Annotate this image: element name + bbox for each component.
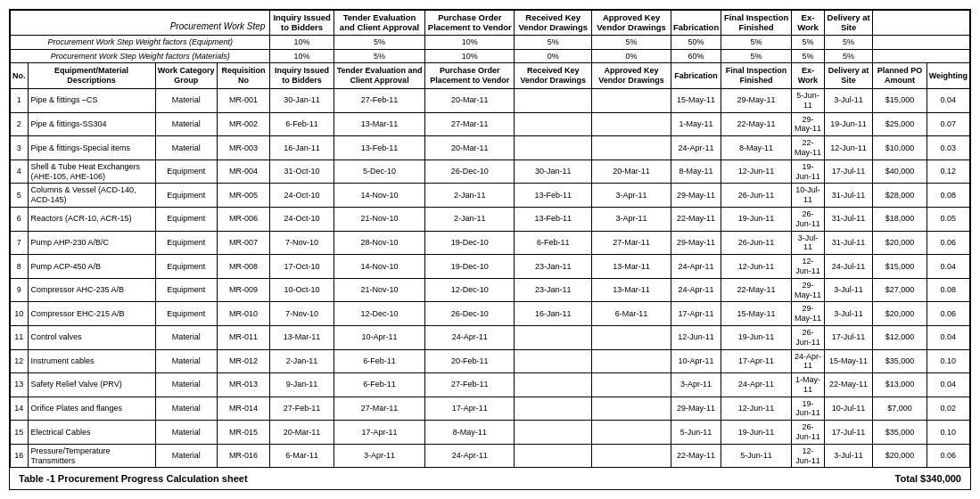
mat-val-0: 10% [270,49,334,63]
cell-weighting: 0.04 [926,373,969,397]
cell-ex_work: 1-May-11 [791,373,824,397]
mat-val-1: 5% [334,49,425,63]
cell-delivery: 3-Jul-11 [824,302,872,326]
cell-weighting: 0.06 [926,231,969,255]
cell-delivery: 24-Jul-11 [824,255,872,279]
cell-po_amount: $13,000 [873,373,926,397]
cell-tender: 17-Apr-11 [334,421,425,445]
cell-desc: Control valves [28,325,155,349]
cell-received [515,136,592,160]
cell-fabrication: 29-May-11 [671,184,721,208]
cell-desc: Pipe & fittings-SS304 [28,112,155,136]
cell-final: 12-Jun-11 [721,397,792,421]
cell-category: Equipment [155,302,217,326]
cell-final: 15-May-11 [721,302,792,326]
cell-final: 26-Jun-11 [721,184,792,208]
cell-weighting: 0.04 [926,88,969,112]
cell-category: Material [155,349,217,373]
cell-approved: 13-Mar-11 [592,278,671,302]
main-container: Procurement Work StepInquiry Issued to B… [9,9,971,490]
cell-req_no: MR-011 [217,325,270,349]
cell-req_no: MR-014 [217,397,270,421]
cell-desc: Pump AHP-230 A/B/C [28,231,155,255]
cell-fabrication: 24-Apr-11 [671,255,721,279]
col-hdr-req_no: Requisition No [217,63,270,89]
cell-approved: 6-Mar-11 [592,302,671,326]
cell-fabrication: 10-Apr-11 [671,349,721,373]
cell-req_no: MR-001 [217,88,270,112]
cell-no: 6 [11,207,29,231]
cell-approved: 3-Apr-11 [592,184,671,208]
cell-req_no: MR-005 [217,184,270,208]
cell-inquiry: 24-Oct-10 [270,184,334,208]
col-hdr-fabrication: Fabrication [671,63,721,89]
cell-req_no: MR-007 [217,231,270,255]
cell-desc: Shell & Tube Heat Exchangers (AHE-105, A… [28,160,155,184]
cell-received [515,397,592,421]
table-row: 16Pressure/Temperature TransmittersMater… [11,444,970,468]
cell-received [515,373,592,397]
cell-inquiry: 31-Oct-10 [270,160,334,184]
cell-weighting: 0.06 [926,444,969,468]
cell-received: 30-Jan-11 [515,160,592,184]
cell-po_amount: $15,000 [873,255,926,279]
col-hdr-no: No. [11,63,29,89]
cell-fabrication: 24-Apr-11 [671,136,721,160]
table-row: 15Electrical CablesMaterialMR-01520-Mar-… [11,421,970,445]
cell-received [515,325,592,349]
eq-val-6: 5% [721,35,792,49]
cell-approved: 13-Mar-11 [592,255,671,279]
cell-weighting: 0.12 [926,160,969,184]
col-hdr-category: Work Category Group [155,63,217,89]
cell-po_amount: $15,000 [873,88,926,112]
cell-delivery: 19-Jun-11 [824,112,872,136]
cell-inquiry: 24-Oct-10 [270,207,334,231]
cell-no: 11 [11,325,29,349]
cell-purchase: 26-Dec-10 [425,302,515,326]
cell-tender: 6-Feb-11 [334,373,425,397]
cell-tender: 12-Dec-10 [334,302,425,326]
cell-purchase: 20-Mar-11 [425,88,515,112]
cell-inquiry: 27-Feb-11 [270,397,334,421]
table-row: 5Columns & Vessel (ACD-140, ACD-145)Equi… [11,184,970,208]
cell-fabrication: 22-May-11 [671,207,721,231]
cell-req_no: MR-015 [217,421,270,445]
cell-po_amount: $27,000 [873,278,926,302]
cell-tender: 14-Nov-10 [334,184,425,208]
cell-req_no: MR-008 [217,255,270,279]
table-row: 11Control valvesMaterialMR-01113-Mar-111… [11,325,970,349]
cell-ex_work: 29-May-11 [791,112,824,136]
cell-received: 13-Feb-11 [515,207,592,231]
cell-category: Equipment [155,255,217,279]
cell-no: 15 [11,421,29,445]
cell-weighting: 0.06 [926,302,969,326]
cell-inquiry: 6-Mar-11 [270,444,334,468]
cell-delivery: 17-Jul-11 [824,421,872,445]
cell-purchase: 12-Dec-10 [425,278,515,302]
cell-po_amount: $35,000 [873,349,926,373]
cell-po_amount: $20,000 [873,302,926,326]
column-header-row: No.Equipment/Material DescriptionsWork C… [11,63,970,89]
cell-no: 12 [11,349,29,373]
cell-weighting: 0.08 [926,278,969,302]
cell-no: 9 [11,278,29,302]
cell-delivery: 12-Jun-11 [824,136,872,160]
cell-approved [592,325,671,349]
cell-desc: Pressure/Temperature Transmitters [28,444,155,468]
cell-category: Equipment [155,160,217,184]
cell-final: 12-Jun-11 [721,160,792,184]
cell-final: 29-May-11 [721,88,792,112]
col-hdr-purchase: Purchase Order Placement to Vendor [425,63,515,89]
col-header-inquiry: Inquiry Issued to Bidders [270,11,334,36]
cell-po_amount: $28,000 [873,184,926,208]
cell-approved [592,397,671,421]
cell-inquiry: 6-Feb-11 [270,112,334,136]
eq-val-3: 5% [515,35,592,49]
cell-fabrication: 3-Apr-11 [671,373,721,397]
cell-no: 3 [11,136,29,160]
cell-desc: Instrument cables [28,349,155,373]
cell-inquiry: 7-Nov-10 [270,231,334,255]
cell-approved [592,421,671,445]
cell-no: 2 [11,112,29,136]
procurement-step: Procurement Work Step [11,11,270,36]
